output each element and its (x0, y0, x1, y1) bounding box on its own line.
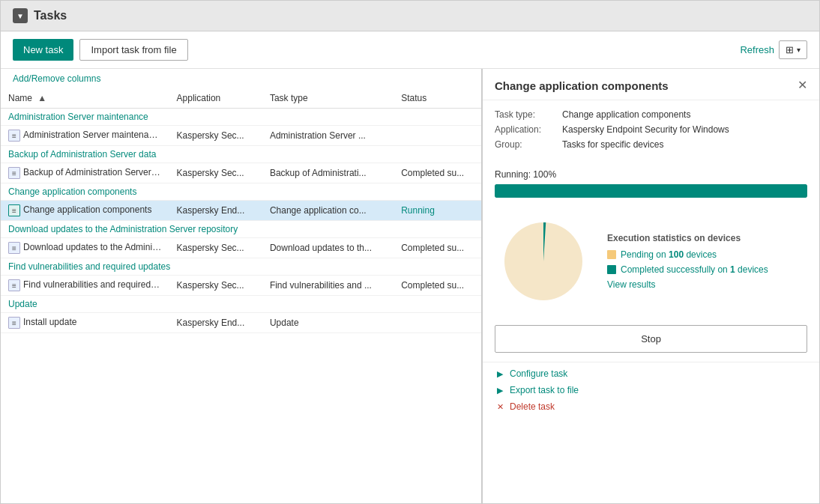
table-row[interactable]: ≡Administration Server maintenanceKasper… (1, 126, 481, 146)
completed-dot (607, 265, 616, 274)
pending-dot (607, 250, 616, 259)
task-icon: ≡ (8, 130, 20, 142)
toolbar: New task Import task from file Refresh ⊞… (1, 31, 819, 69)
table-header-row: Name ▲ Application Task type Status (1, 88, 481, 109)
table-row[interactable]: ≡Download updates to the Administration.… (1, 238, 481, 258)
progress-section: Running: 100% (483, 163, 819, 207)
side-panel-header: Change application components ✕ (483, 69, 819, 100)
task-type-cell: Update (262, 313, 394, 333)
table-row[interactable]: ≡Change application componentsKaspersky … (1, 201, 481, 221)
group-row: Find vulnerabilities and required update… (1, 258, 481, 276)
task-type-label: Task type: (495, 109, 562, 120)
task-status-cell: Running (394, 201, 481, 221)
group-row: Group: Tasks for specific devices (495, 139, 807, 150)
task-name-cell: ≡Download updates to the Administration.… (1, 238, 169, 258)
chevron-down-icon: ▾ (797, 46, 801, 54)
task-type-cell: Change application co... (262, 201, 394, 221)
stats-legend: Execution statistics on devices Pending … (607, 233, 807, 290)
stop-section: Stop (483, 316, 819, 362)
task-icon: ≡ (8, 279, 20, 291)
group-label: Group: (495, 139, 562, 150)
application-value: Kaspersky Endpoint Security for Windows (562, 124, 729, 135)
refresh-button[interactable]: Refresh (740, 44, 774, 55)
close-panel-button[interactable]: ✕ (798, 79, 807, 91)
view-results-link[interactable]: View results (607, 279, 807, 290)
sort-arrow: ▲ (37, 93, 46, 103)
group-header-cell[interactable]: Administration Server maintenance (1, 109, 481, 126)
table-row[interactable]: ≡Install updateKaspersky End...Update (1, 313, 481, 333)
export-task-action[interactable]: ▶ Export task to file (495, 385, 807, 395)
completed-link[interactable]: Completed successfully on 1 devices (621, 264, 768, 275)
task-application-cell: Kaspersky End... (169, 201, 262, 221)
col-task-type[interactable]: Task type (262, 88, 394, 109)
running-badge: Running (401, 205, 435, 216)
group-row: Update (1, 296, 481, 313)
columns-button[interactable]: ⊞ ▾ (779, 40, 807, 59)
task-type-cell: Administration Server ... (262, 126, 394, 146)
stats-title: Execution statistics on devices (607, 233, 807, 243)
side-panel: Change application components ✕ Task typ… (482, 69, 819, 503)
table-area: Add/Remove columns Name ▲ Application Ta… (1, 69, 482, 503)
table-body: Administration Server maintenance≡Admini… (1, 109, 481, 333)
task-type-cell: Download updates to th... (262, 238, 394, 258)
task-name-cell: ≡Install update (1, 313, 169, 333)
task-name-cell: ≡Change application components (1, 201, 169, 221)
task-icon: ≡ (8, 167, 20, 179)
group-header-cell[interactable]: Update (1, 296, 481, 313)
progress-bar-fill (495, 184, 807, 198)
actions-section: ▶ Configure task ▶ Export task to file ✕… (483, 362, 819, 424)
col-status[interactable]: Status (394, 88, 481, 109)
side-panel-title: Change application components (495, 79, 669, 92)
pending-link[interactable]: Pending on 100 devices (621, 249, 717, 260)
task-application-cell: Kaspersky Sec... (169, 126, 262, 146)
task-application-cell: Kaspersky Sec... (169, 163, 262, 183)
group-row: Change application components (1, 183, 481, 201)
task-name-cell: ≡Backup of Administration Server data (1, 163, 169, 183)
progress-label: Running: 100% (495, 169, 807, 180)
main-content: Add/Remove columns Name ▲ Application Ta… (1, 69, 819, 503)
group-row: Backup of Administration Server data (1, 146, 481, 163)
group-header-cell[interactable]: Backup of Administration Server data (1, 146, 481, 163)
table-row[interactable]: ≡Find vulnerabilities and required updat… (1, 276, 481, 296)
task-application-cell: Kaspersky Sec... (169, 276, 262, 296)
pie-chart (495, 213, 592, 310)
columns-icon: ⊞ (786, 44, 794, 55)
task-application-cell: Kaspersky End... (169, 313, 262, 333)
configure-task-action[interactable]: ▶ Configure task (495, 368, 807, 379)
col-application[interactable]: Application (169, 88, 262, 109)
task-type-row: Task type: Change application components (495, 109, 807, 120)
group-row: Download updates to the Administration S… (1, 221, 481, 238)
completed-legend-item: Completed successfully on 1 devices (607, 264, 807, 275)
configure-icon: ▶ (495, 368, 505, 379)
task-name-cell: ≡Find vulnerabilities and required updat… (1, 276, 169, 296)
import-task-button[interactable]: Import task from file (79, 39, 187, 61)
task-icon: ≡ (8, 242, 20, 254)
group-row: Administration Server maintenance (1, 109, 481, 126)
group-header-cell[interactable]: Download updates to the Administration S… (1, 221, 481, 238)
stop-button[interactable]: Stop (495, 325, 807, 353)
progress-bar-bg (495, 184, 807, 198)
task-name-cell: ≡Administration Server maintenance (1, 126, 169, 146)
task-type-value: Change application components (562, 109, 690, 120)
task-status-cell: Completed su... (394, 163, 481, 183)
delete-icon: ✕ (495, 401, 505, 412)
export-icon: ▶ (495, 385, 505, 395)
delete-task-action[interactable]: ✕ Delete task (495, 401, 807, 412)
task-status-cell (394, 126, 481, 146)
new-task-button[interactable]: New task (13, 39, 73, 61)
task-type-cell: Backup of Administrati... (262, 163, 394, 183)
page-title: Tasks (34, 9, 67, 22)
side-panel-info: Task type: Change application components… (483, 100, 819, 163)
add-remove-columns-link[interactable]: Add/Remove columns (1, 69, 481, 88)
pending-legend-item: Pending on 100 devices (607, 249, 807, 260)
group-value: Tasks for specific devices (562, 139, 663, 150)
stats-section: Execution statistics on devices Pending … (483, 207, 819, 316)
task-status-cell: Completed su... (394, 238, 481, 258)
task-icon: ≡ (8, 317, 20, 329)
task-type-cell: Find vulnerabilities and ... (262, 276, 394, 296)
col-name[interactable]: Name ▲ (1, 88, 169, 109)
group-header-cell[interactable]: Change application components (1, 183, 481, 201)
group-header-cell[interactable]: Find vulnerabilities and required update… (1, 258, 481, 276)
table-row[interactable]: ≡Backup of Administration Server dataKas… (1, 163, 481, 183)
application-row: Application: Kaspersky Endpoint Security… (495, 124, 807, 135)
